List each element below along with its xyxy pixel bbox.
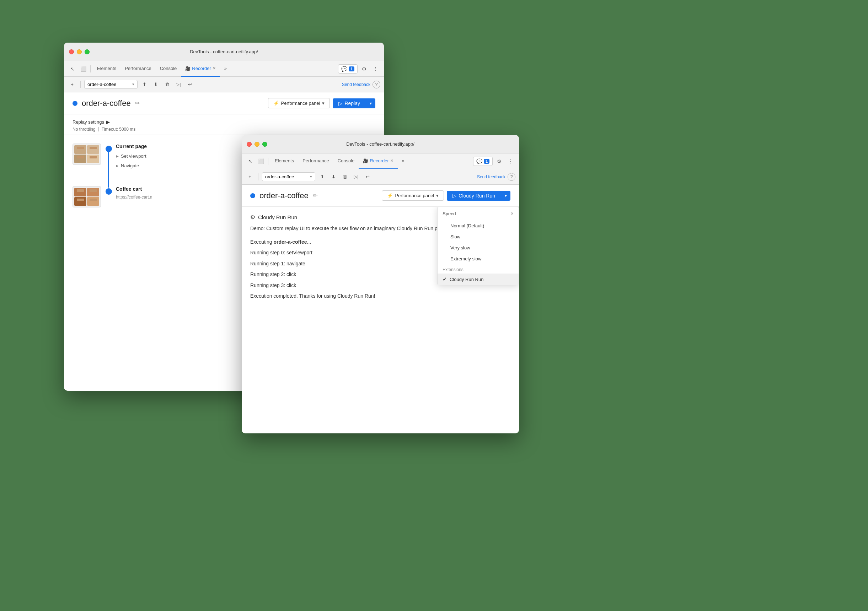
- send-feedback-link-back[interactable]: Send feedback: [342, 82, 370, 87]
- play-icon-back: ▷: [338, 101, 342, 106]
- cloudy-btn-dropdown-front[interactable]: ▾: [501, 191, 510, 201]
- pointer-icon-btn-back[interactable]: ↖: [68, 64, 78, 74]
- recording-header-front: order-a-coffee ✏ ⚡ Performance panel ▾ ▷…: [242, 185, 519, 207]
- perf-panel-label-back: Performance panel: [281, 101, 320, 106]
- help-btn-front[interactable]: ?: [508, 173, 515, 181]
- perf-panel-btn-front[interactable]: ⚡ Performance panel ▾: [382, 190, 444, 201]
- delete-icon-btn-front[interactable]: 🗑: [340, 172, 349, 181]
- tab-console-back[interactable]: Console: [156, 61, 181, 77]
- edit-icon-front[interactable]: ✏: [313, 192, 318, 199]
- menu-icon-btn-back[interactable]: ⋮: [370, 64, 380, 74]
- tab-performance-front[interactable]: Performance: [298, 153, 333, 169]
- close-traffic-light-front[interactable]: [247, 142, 252, 147]
- close-traffic-light[interactable]: [69, 49, 74, 54]
- play-step-icon-btn-front[interactable]: ▷|: [352, 172, 361, 181]
- delete-icon-btn-back[interactable]: 🗑: [163, 80, 172, 89]
- perf-icon-front: ⚡: [387, 193, 393, 198]
- step-timeline-0-back: [105, 145, 112, 170]
- tab-recorder-back[interactable]: 🎥 Recorder ✕: [181, 61, 220, 77]
- dropdown-close-btn-front[interactable]: ×: [511, 210, 514, 217]
- check-mark-icon: ✓: [443, 276, 447, 282]
- add-recording-btn-back[interactable]: +: [68, 80, 77, 89]
- speed-slow-item[interactable]: Slow: [437, 231, 519, 242]
- replay-settings-back: Replay settings ▶ No throttling Timeout:…: [64, 114, 384, 135]
- extension-cloudy-label: Cloudy Run Run: [450, 277, 484, 282]
- replay-settings-header-back[interactable]: Replay settings ▶: [73, 119, 375, 125]
- minimize-traffic-light[interactable]: [77, 49, 82, 54]
- pointer-icon-btn-front[interactable]: ↖: [245, 156, 255, 166]
- tab-close-recorder-back[interactable]: ✕: [212, 66, 216, 71]
- chevron-down-icon-back: ▾: [132, 82, 134, 87]
- tab-elements-back[interactable]: Elements: [93, 61, 121, 77]
- step-timeline-1-back: [105, 187, 112, 200]
- step-thumbnail-0-back: [73, 144, 101, 165]
- dropdown-title-front: Speed: [443, 211, 456, 217]
- speed-normal-item[interactable]: Normal (Default): [437, 220, 519, 231]
- cloudy-btn-label-front: Cloudy Run Run: [459, 193, 495, 199]
- play-step-icon-btn-back[interactable]: ▷|: [174, 80, 183, 89]
- settings-icon-btn-back[interactable]: ⚙: [359, 64, 369, 74]
- settings-icon-btn-front[interactable]: ⚙: [494, 156, 504, 166]
- import-icon-btn-front[interactable]: ⬇: [329, 172, 338, 181]
- step-line-0-back: [108, 152, 109, 187]
- dropdown-header-front: Speed ×: [437, 207, 519, 220]
- chat-badge-btn-front[interactable]: 💬 1: [473, 157, 493, 166]
- device-icon-btn-back[interactable]: ⬜: [78, 64, 88, 74]
- menu-icon-btn-front[interactable]: ⋮: [505, 156, 515, 166]
- cloudy-run-btn-front[interactable]: ▷ Cloudy Run Run: [447, 191, 501, 201]
- devtools-toolbar-back: ↖ ⬜ Elements Performance Console 🎥 Recor…: [64, 61, 384, 77]
- tab-elements-front[interactable]: Elements: [271, 153, 298, 169]
- chat-badge-btn-back[interactable]: 💬 1: [338, 64, 358, 74]
- maximize-traffic-light-front[interactable]: [262, 142, 267, 147]
- expand-arrow-icon-2: ▶: [116, 164, 119, 168]
- device-icon-btn-front[interactable]: ⬜: [256, 156, 266, 166]
- tab-console-front[interactable]: Console: [333, 153, 359, 169]
- perf-panel-btn-back[interactable]: ⚡ Performance panel ▾: [268, 98, 330, 108]
- titlebar-back: DevTools - coffee-cart.netlify.app/: [64, 43, 384, 61]
- perf-panel-label-front: Performance panel: [395, 193, 434, 198]
- send-feedback-link-front[interactable]: Send feedback: [477, 175, 505, 179]
- toolbar-right-front: 💬 1 ⚙ ⋮: [473, 156, 515, 166]
- extension-cloudy-item[interactable]: ✓ Cloudy Run Run: [437, 274, 519, 285]
- tab-more-front[interactable]: »: [398, 153, 409, 169]
- replay-btn-dropdown-back[interactable]: ▾: [366, 98, 375, 108]
- import-icon-btn-back[interactable]: ⬇: [151, 80, 160, 89]
- devtools-tabs-back: Elements Performance Console 🎥 Recorder …: [93, 61, 337, 77]
- extensions-section-label: Extensions: [437, 264, 519, 274]
- header-right-front: ⚡ Performance panel ▾ ▷ Cloudy Run Run ▾: [382, 190, 510, 201]
- speed-very-slow-item[interactable]: Very slow: [437, 242, 519, 253]
- add-recording-btn-front[interactable]: +: [245, 172, 254, 181]
- undo-icon-btn-back[interactable]: ↩: [185, 80, 194, 89]
- replay-btn-group-back: ▷ Replay ▾: [333, 98, 375, 108]
- tab-close-recorder-front[interactable]: ✕: [390, 158, 394, 163]
- recorder-main-front: ⚙ Cloudy Run Run Demo: Custom replay UI …: [242, 207, 519, 310]
- speed-extremely-slow-item[interactable]: Extremely slow: [437, 253, 519, 264]
- recording-selector-front[interactable]: order-a-coffee ▾: [262, 172, 315, 181]
- tab-more-back[interactable]: »: [220, 61, 231, 77]
- minimize-traffic-light-front[interactable]: [254, 142, 259, 147]
- titlebar-front: DevTools - coffee-cart.netlify.app/: [242, 135, 519, 153]
- undo-icon-btn-front[interactable]: ↩: [363, 172, 372, 181]
- cloudy-btn-group-front: ▷ Cloudy Run Run ▾: [447, 191, 510, 201]
- replay-btn-main-back[interactable]: ▷ Replay: [333, 98, 366, 108]
- perf-icon-back: ⚡: [273, 101, 279, 106]
- export-icon-btn-front[interactable]: ⬆: [318, 172, 327, 181]
- replay-label-back: Replay: [344, 101, 360, 106]
- step-sub-label-0-0-back: Set viewport: [121, 153, 146, 159]
- speed-very-slow-label: Very slow: [450, 245, 470, 251]
- export-icon-btn-back[interactable]: ⬆: [140, 80, 149, 89]
- titlebar-title-back: DevTools - coffee-cart.netlify.app/: [190, 49, 258, 54]
- chevron-right-icon-back: ▶: [106, 119, 110, 125]
- toolbar-divider-1: [90, 65, 91, 73]
- tab-performance-back[interactable]: Performance: [121, 61, 155, 77]
- recorder-toolbar-front: + order-a-coffee ▾ ⬆ ⬇ 🗑 ▷| ↩ Send feedb…: [242, 169, 519, 185]
- step-sub-label-0-1-back: Navigate: [121, 163, 139, 169]
- help-btn-back[interactable]: ?: [372, 80, 380, 88]
- edit-icon-back[interactable]: ✏: [135, 100, 140, 107]
- recording-selector-back[interactable]: order-a-coffee ▾: [84, 80, 138, 89]
- recording-dot-back: [73, 101, 78, 106]
- step-thumbnail-1-back: [73, 186, 101, 207]
- perf-arrow-icon-back: ▾: [322, 101, 324, 106]
- tab-recorder-front[interactable]: 🎥 Recorder ✕: [359, 153, 397, 169]
- maximize-traffic-light[interactable]: [85, 49, 90, 54]
